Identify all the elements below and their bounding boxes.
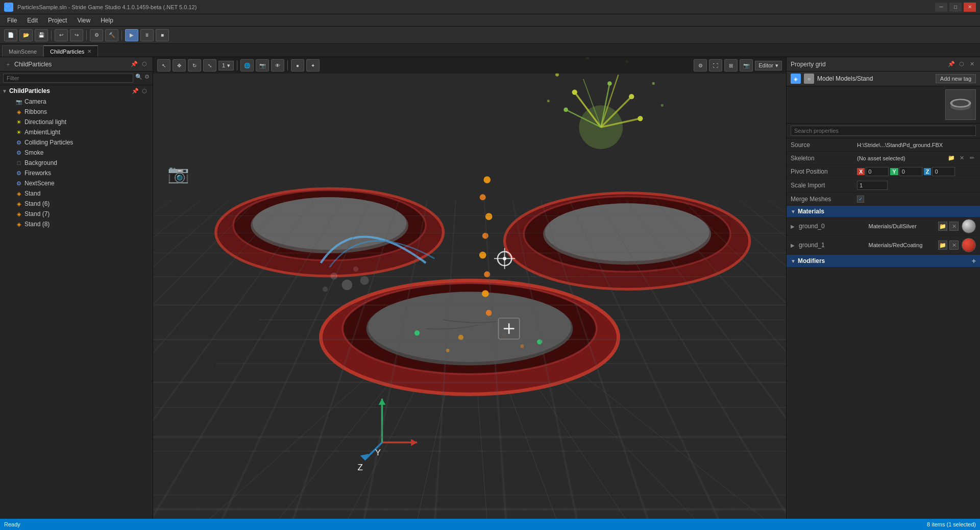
stand8-add[interactable]: 📌 — [131, 221, 139, 228]
stand6-search[interactable]: 🔍 — [140, 201, 149, 207]
scene-panel-float[interactable]: ⬡ — [140, 60, 149, 68]
ground1-browse[interactable]: 📁 — [938, 240, 947, 250]
tree-item-stand[interactable]: ◈ Stand 📌 🔍 — [0, 188, 153, 199]
vp-rotate-btn[interactable]: ↻ — [188, 59, 201, 71]
prop-panel-float[interactable]: ⬡ — [958, 60, 966, 68]
vp-move-btn[interactable]: ✥ — [173, 59, 186, 71]
tree-item-ambientlight[interactable]: ☀ AmbientLight 📌 🔍 — [0, 127, 153, 137]
tab-close-icon[interactable]: ✕ — [87, 49, 91, 54]
tree-item-smoke[interactable]: ⚙ Smoke 📌 🔍 — [0, 148, 153, 158]
camera-search[interactable]: 🔍 — [140, 99, 149, 105]
stand-add[interactable]: 📌 — [131, 190, 139, 197]
colliding-add[interactable]: 📌 — [131, 139, 139, 146]
bg-search[interactable]: 🔍 — [140, 160, 149, 166]
skeleton-browse-btn[interactable]: 📁 — [947, 154, 955, 162]
stand7-add[interactable]: 📌 — [131, 211, 139, 218]
tree-item-background[interactable]: □ Background 📌 🔍 — [0, 158, 153, 168]
vp-settings-btn[interactable]: ⚙ — [694, 59, 707, 71]
fw-search[interactable]: 🔍 — [140, 170, 149, 177]
tree-item-camera[interactable]: Camera 📌 🔍 — [0, 97, 153, 107]
tree-item-stand8[interactable]: ◈ Stand (8) 📌 🔍 — [0, 219, 153, 229]
stand-search[interactable]: 🔍 — [140, 190, 149, 197]
undo-button[interactable]: ↩ — [55, 29, 68, 41]
vp-select-btn[interactable]: ↖ — [157, 59, 170, 71]
menu-help[interactable]: Help — [95, 16, 118, 25]
merge-checkbox[interactable]: ✓ — [857, 196, 864, 203]
vp-light-btn[interactable]: ✦ — [306, 59, 320, 71]
play-button[interactable]: ▶ — [125, 29, 138, 41]
ground0-clear[interactable]: ✕ — [949, 222, 959, 231]
ambient-search[interactable]: 🔍 — [140, 129, 149, 136]
colliding-search[interactable]: 🔍 — [140, 139, 149, 146]
pause-button[interactable]: ⏸ — [140, 29, 154, 41]
vp-scale-btn[interactable]: ⤡ — [203, 59, 216, 71]
smoke-add[interactable]: 📌 — [131, 150, 139, 156]
prop-panel-close[interactable]: ✕ — [968, 60, 976, 68]
scale-input[interactable] — [857, 181, 888, 190]
tree-item-nextscene[interactable]: ⚙ NextScene 📌 🔍 — [0, 178, 153, 188]
ribbons-search[interactable]: 🔍 — [140, 109, 149, 115]
vp-dot-btn[interactable]: ● — [291, 59, 304, 71]
vp-split-btn[interactable]: ⊞ — [724, 59, 738, 71]
scene-search-input[interactable] — [3, 74, 133, 83]
tree-item-stand7[interactable]: ◈ Stand (7) 📌 🔍 — [0, 209, 153, 219]
smoke-search[interactable]: 🔍 — [140, 150, 149, 156]
pivot-x-input[interactable] — [866, 167, 889, 176]
close-button[interactable]: ✕ — [964, 3, 976, 12]
ribbons-add[interactable]: 📌 — [131, 109, 139, 115]
fw-add[interactable]: 📌 — [131, 170, 139, 177]
stop-button[interactable]: ■ — [156, 29, 169, 41]
pivot-z-input[interactable] — [932, 167, 955, 176]
modifiers-section[interactable]: ▼ Modifiers + — [787, 255, 980, 267]
menu-view[interactable]: View — [72, 16, 95, 25]
materials-section[interactable]: ▼ Materials — [787, 206, 980, 217]
stand8-search[interactable]: 🔍 — [140, 221, 149, 228]
viewport[interactable]: ↖ ✥ ↻ ⤡ 1 ▾ 🌐 📷 👁 ● ✦ ⚙ ⛶ ⊞ 📷 Editor — [153, 57, 786, 530]
ns-search[interactable]: 🔍 — [140, 180, 149, 187]
ground0-expand[interactable]: ▶ — [791, 224, 796, 229]
prop-panel-pin[interactable]: 📌 — [947, 60, 955, 68]
tree-item-fireworks[interactable]: ⚙ Fireworks 📌 🔍 — [0, 168, 153, 178]
tree-root-item[interactable]: ▼ ChildParticles 📌 ⬡ — [0, 85, 153, 97]
prop-search-input[interactable] — [791, 126, 976, 136]
tab-mainscene[interactable]: MainScene — [2, 45, 43, 57]
tree-root-action2[interactable]: ⬡ — [140, 87, 149, 95]
vp-camera-btn[interactable]: 📷 — [256, 59, 269, 71]
dirlight-add[interactable]: 📌 — [131, 119, 139, 126]
pivot-y-input[interactable] — [899, 167, 922, 176]
ambient-add[interactable]: 📌 — [131, 129, 139, 136]
vp-editor-dropdown[interactable]: Editor ▾ — [755, 61, 782, 70]
skeleton-edit-btn[interactable]: ✏ — [968, 154, 976, 162]
menu-project[interactable]: Project — [43, 16, 72, 25]
camera-add[interactable]: 📌 — [131, 99, 139, 105]
skeleton-clear-btn[interactable]: ✕ — [958, 154, 966, 162]
ground1-clear[interactable]: ✕ — [949, 240, 959, 250]
scene-panel-pin[interactable]: 📌 — [130, 60, 138, 68]
stand7-search[interactable]: 🔍 — [140, 211, 149, 218]
minimize-button[interactable]: ─ — [935, 3, 947, 12]
ns-add[interactable]: 📌 — [131, 180, 139, 187]
tab-childparticles[interactable]: ChildParticles ✕ — [43, 45, 98, 57]
vp-camera2-btn[interactable]: 📷 — [740, 59, 753, 71]
new-button[interactable]: 📄 — [4, 29, 17, 41]
ground1-expand[interactable]: ▶ — [791, 243, 796, 248]
scene-panel-add[interactable]: + — [4, 60, 12, 68]
vp-world-btn[interactable]: 🌐 — [240, 59, 254, 71]
maximize-button[interactable]: □ — [949, 3, 962, 12]
modifiers-add-btn[interactable]: + — [972, 257, 976, 265]
save-button[interactable]: 💾 — [35, 29, 48, 41]
add-tag-button[interactable]: Add new tag — [936, 74, 976, 83]
build-button[interactable]: 🔨 — [105, 29, 118, 41]
tree-item-colliding[interactable]: ⚙ Colliding Particles 📌 🔍 — [0, 137, 153, 148]
menu-file[interactable]: File — [2, 16, 22, 25]
settings-button[interactable]: ⚙ — [90, 29, 103, 41]
stand6-add[interactable]: 📌 — [131, 201, 139, 207]
tree-item-ribbons[interactable]: ◈ Ribbons 📌 🔍 — [0, 107, 153, 117]
ground0-browse[interactable]: 📁 — [938, 222, 947, 231]
tree-item-stand6[interactable]: ◈ Stand (6) 📌 🔍 — [0, 199, 153, 209]
dirlight-search[interactable]: 🔍 — [140, 119, 149, 126]
bg-add[interactable]: 📌 — [131, 160, 139, 166]
redo-button[interactable]: ↪ — [70, 29, 83, 41]
tree-root-action1[interactable]: 📌 — [131, 87, 139, 95]
open-button[interactable]: 📂 — [19, 29, 33, 41]
